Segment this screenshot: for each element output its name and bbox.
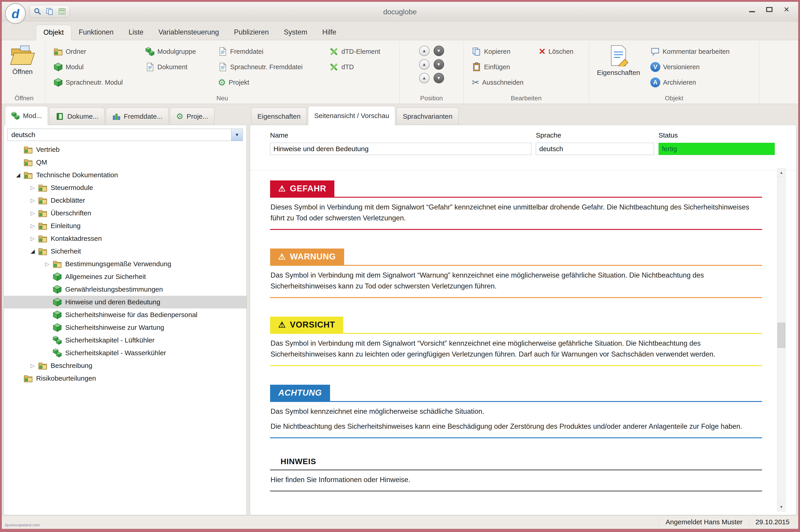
- scroll-up-button[interactable]: ▲: [777, 168, 785, 177]
- expander-collapsed-icon[interactable]: ▷: [28, 362, 38, 369]
- dtd-icon: [329, 62, 339, 72]
- tree-item[interactable]: ▷Beschreibung: [4, 359, 247, 372]
- expander-collapsed-icon[interactable]: ▷: [42, 261, 53, 267]
- version-button[interactable]: V Versionieren: [650, 61, 699, 73]
- status-label: Status: [658, 131, 678, 139]
- expander-collapsed-icon[interactable]: ▷: [28, 235, 38, 242]
- properties-button[interactable]: Eigenschaften: [596, 45, 641, 76]
- folder-icon: [38, 221, 48, 231]
- menu-tab-objekt[interactable]: Objekt: [36, 25, 71, 40]
- tree-item-label: Sicherheitshinweise zur Wartung: [65, 324, 164, 331]
- archive-button[interactable]: A Archivieren: [650, 76, 696, 89]
- tree-item[interactable]: ▷Einleitung: [4, 220, 247, 232]
- new-sprachneutr-fremddatei-button[interactable]: Sprachneutr. Fremddatei: [218, 61, 303, 73]
- sprache-label: Sprache: [536, 131, 561, 139]
- new-fremddatei-button[interactable]: Fremddatei: [218, 45, 263, 58]
- tree-item[interactable]: ◢Technische Dokumentation: [4, 169, 247, 181]
- copy-windows-icon[interactable]: [46, 7, 54, 15]
- app-logo[interactable]: d: [5, 3, 26, 24]
- tree-item[interactable]: ▷Steuermodule: [4, 181, 247, 194]
- edit-comment-button[interactable]: Kommentar bearbeiten: [650, 45, 730, 58]
- tab-dokumente[interactable]: Dokume...: [49, 108, 105, 125]
- expander-collapsed-icon[interactable]: ▷: [28, 185, 38, 191]
- tree-item-selected[interactable]: Hinweise und deren Bedeutung: [4, 296, 247, 308]
- tab-module[interactable]: Mod...: [5, 106, 48, 125]
- menu-tab-variablensteuerung[interactable]: Variablensteuerung: [151, 24, 226, 40]
- menu-tab-hilfe[interactable]: Hilfe: [315, 24, 344, 40]
- tab-seitenansicht-vorschau[interactable]: Seitenansicht / Vorschau: [308, 106, 395, 125]
- tree-item[interactable]: Sicherheitskapitel - Lüftkühler: [4, 334, 247, 346]
- folder-icon: [53, 259, 62, 269]
- paste-button[interactable]: Einfügen: [472, 61, 510, 73]
- tree-item[interactable]: Allgemeines zur Sicherheit: [4, 270, 247, 283]
- tree-item[interactable]: ▷Kontaktadressen: [4, 232, 247, 245]
- folder-icon: [53, 47, 63, 56]
- tree-item[interactable]: Sicherheitshinweise zur Wartung: [4, 321, 247, 334]
- new-modulgruppe-button[interactable]: Modulgruppe: [145, 45, 196, 58]
- language-combobox[interactable]: deutsch ▼: [7, 129, 243, 141]
- cut-button[interactable]: ✂ Ausschneiden: [472, 76, 524, 89]
- close-button[interactable]: ✕: [779, 4, 794, 15]
- tree-item-label: Einleitung: [51, 222, 80, 230]
- menu-tab-system[interactable]: System: [276, 24, 314, 40]
- menu-tab-publizieren[interactable]: Publizieren: [226, 24, 276, 40]
- rule: [270, 229, 762, 230]
- item-label: Modul: [66, 63, 84, 71]
- tree-item[interactable]: Risikobeurteilungen: [4, 372, 247, 385]
- new-dtd-button[interactable]: dTD: [329, 61, 354, 73]
- maximize-button[interactable]: [762, 4, 777, 15]
- move-out-button[interactable]: ▼: [434, 73, 444, 83]
- delete-button[interactable]: ✕ Löschen: [539, 45, 574, 58]
- move-in-button[interactable]: ▲: [419, 73, 430, 83]
- new-dtd-element-button[interactable]: dTD-Element: [329, 45, 380, 58]
- tab-eigenschaften[interactable]: Eigenschaften: [251, 108, 307, 125]
- rule: [270, 297, 762, 298]
- move-down-button[interactable]: ▼: [434, 45, 444, 56]
- tree-item[interactable]: ◢Sicherheit: [4, 245, 247, 258]
- copy-button[interactable]: Kopieren: [472, 45, 510, 58]
- tab-label: Eigenschaften: [257, 113, 301, 120]
- table-icon[interactable]: [58, 7, 66, 15]
- tab-fremddateien[interactable]: Fremddate...: [106, 108, 168, 125]
- tree-item[interactable]: ▷Bestimmungsgemäße Verwendung: [4, 258, 247, 270]
- open-button-label: Öffnen: [12, 68, 33, 76]
- open-button[interactable]: Öffnen: [10, 45, 35, 76]
- tree-item[interactable]: Gerwährleistungsbestimmungen: [4, 283, 247, 296]
- expander-collapsed-icon[interactable]: ▷: [28, 197, 38, 204]
- new-sprachneutr-modul-button[interactable]: Sprachneutr. Modul: [53, 76, 123, 89]
- new-modul-button[interactable]: Modul: [53, 61, 84, 73]
- scrollbar-thumb[interactable]: [778, 323, 785, 348]
- expander-expanded-icon[interactable]: ◢: [28, 248, 38, 254]
- item-label: Kopieren: [484, 48, 510, 55]
- module-group-icon: [53, 348, 62, 358]
- sprache-field[interactable]: [536, 143, 654, 155]
- expander-collapsed-icon[interactable]: ▷: [28, 210, 38, 216]
- menu-tab-funktionen[interactable]: Funktionen: [71, 24, 121, 40]
- tab-projekte[interactable]: ⚙ Proje...: [170, 108, 214, 125]
- search-icon[interactable]: [33, 7, 41, 15]
- new-ordner-button[interactable]: Ordner: [53, 45, 86, 58]
- tree-item[interactable]: ▷Deckblätter: [4, 194, 247, 207]
- tab-sprachvarianten[interactable]: Sprachvarianten: [397, 108, 458, 125]
- scroll-down-button[interactable]: ▼: [777, 502, 785, 511]
- quick-access-toolbar: [30, 5, 70, 18]
- expander-expanded-icon[interactable]: ◢: [13, 172, 23, 178]
- tree-item[interactable]: QM: [4, 156, 247, 169]
- tree-item[interactable]: Sicherheitshinweise für das Bedienperson…: [4, 308, 247, 321]
- move-up-button[interactable]: ▲: [419, 45, 430, 56]
- menu-tab-liste[interactable]: Liste: [121, 24, 151, 40]
- vertical-scrollbar[interactable]: ▲ ▼: [777, 168, 786, 511]
- language-dropdown-button[interactable]: ▼: [231, 129, 242, 141]
- name-field[interactable]: [270, 143, 531, 155]
- tree-item[interactable]: Vertrieb: [4, 143, 247, 156]
- expander-collapsed-icon[interactable]: ▷: [28, 223, 38, 229]
- ribbon-group-position: ▲ ▼ ▲ ▼ ▲ ▼ Position: [400, 41, 463, 104]
- minimize-button[interactable]: [745, 4, 760, 15]
- move-bottom-button[interactable]: ▼: [434, 59, 444, 70]
- new-dokument-button[interactable]: Dokument: [145, 61, 187, 73]
- tree-item[interactable]: ▷Überschriften: [4, 207, 247, 220]
- move-top-button[interactable]: ▲: [419, 59, 430, 70]
- tree-item[interactable]: Sicherheitskapitel - Wasserkühler: [4, 346, 247, 359]
- tree-item-label: Kontaktadressen: [51, 235, 102, 242]
- new-projekt-button[interactable]: ⚙ Projekt: [218, 76, 249, 89]
